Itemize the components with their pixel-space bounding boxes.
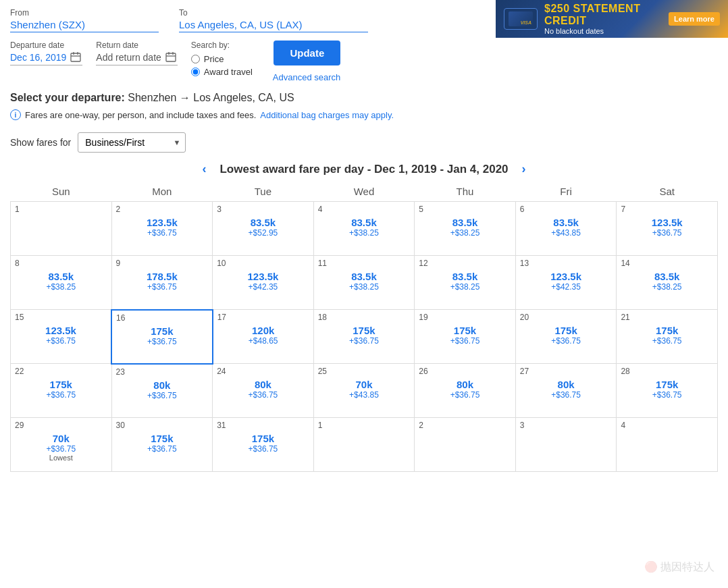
calendar-cell[interactable]: 483.5k+$38.25 xyxy=(313,202,415,256)
award-label[interactable]: Award travel xyxy=(204,67,253,77)
calendar-cell[interactable]: 17120k+$48.65 xyxy=(213,310,314,364)
search-by-label: Search by: xyxy=(191,41,253,50)
day-price: 83.5k xyxy=(520,217,613,228)
day-tax: +$52.95 xyxy=(217,228,309,238)
calendar-cell[interactable]: 1483.5k+$38.25 xyxy=(617,256,718,310)
day-tax: +$42.35 xyxy=(520,282,613,292)
calendar-cell: 1 xyxy=(313,418,415,472)
day-price: 123.5k xyxy=(520,271,613,282)
day-price: 83.5k xyxy=(419,271,511,282)
calendar-cell[interactable]: 1183.5k+$38.25 xyxy=(313,256,415,310)
price-radio[interactable] xyxy=(191,55,200,63)
calendar-nav: ‹ Lowest award fare per day - Dec 1, 201… xyxy=(10,162,718,176)
radio-award-row: Award travel xyxy=(191,67,253,77)
calendar-day-header: Tue xyxy=(213,182,314,202)
return-calendar-icon[interactable] xyxy=(165,51,178,63)
day-tax: +$36.75 xyxy=(419,336,511,346)
day-price: 175k xyxy=(15,379,107,390)
calendar-cell[interactable]: 10123.5k+$42.35 xyxy=(213,256,314,310)
day-number: 18 xyxy=(318,313,411,322)
calendar-cell: 4 xyxy=(617,418,718,472)
calendar-cell[interactable]: 20175k+$36.75 xyxy=(515,310,617,364)
calendar-day-header: Wed xyxy=(313,182,415,202)
calendar-cell[interactable]: 2380k+$36.75 xyxy=(111,364,213,418)
calendar-cell[interactable]: 883.5k+$38.25 xyxy=(11,256,112,310)
return-date-group: Return date Add return date xyxy=(96,41,178,65)
price-label[interactable]: Price xyxy=(204,54,224,64)
calendar-cell[interactable]: 683.5k+$43.85 xyxy=(515,202,617,256)
day-number: 31 xyxy=(217,421,309,430)
calendar-cell[interactable]: 7123.5k+$36.75 xyxy=(617,202,718,256)
day-tax: +$36.75 xyxy=(520,390,613,400)
day-number: 26 xyxy=(419,367,511,376)
radio-price-row: Price xyxy=(191,54,253,64)
fares-select[interactable]: Economy Business/First xyxy=(78,132,186,153)
day-number: 3 xyxy=(217,205,309,214)
departure-header: Select your departure: Shenzhen → Los An… xyxy=(10,92,718,104)
day-tax: +$48.65 xyxy=(217,336,309,346)
next-month-button[interactable]: › xyxy=(522,162,526,176)
day-number: 8 xyxy=(15,259,107,268)
prev-month-button[interactable]: ‹ xyxy=(202,162,206,176)
day-number: 29 xyxy=(15,421,107,430)
calendar-day-header: Sat xyxy=(617,182,718,202)
departure-value[interactable]: Dec 16, 2019 xyxy=(10,52,66,63)
day-price: 70k xyxy=(15,433,107,444)
calendar-cell[interactable]: 19175k+$36.75 xyxy=(415,310,516,364)
calendar-cell[interactable]: 9178.5k+$36.75 xyxy=(111,256,213,310)
calendar-cell[interactable]: 383.5k+$52.95 xyxy=(213,202,314,256)
calendar-cell[interactable]: 2780k+$36.75 xyxy=(515,364,617,418)
calendar-cell[interactable]: 21175k+$36.75 xyxy=(617,310,718,364)
bag-charges-link[interactable]: Additional bag charges may apply. xyxy=(260,110,394,120)
day-price: 83.5k xyxy=(318,217,411,228)
day-price: 80k xyxy=(520,379,613,390)
banner-learn-more[interactable]: Learn more xyxy=(669,12,720,26)
calendar-cell[interactable]: 31175k+$36.75 xyxy=(213,418,314,472)
update-button[interactable]: Update xyxy=(274,41,340,65)
calendar-cell[interactable]: 16175k+$36.75 xyxy=(111,310,213,364)
day-tax: +$43.85 xyxy=(318,390,411,400)
return-placeholder[interactable]: Add return date xyxy=(96,52,161,63)
day-tax: +$36.75 xyxy=(116,282,209,292)
day-number: 3 xyxy=(520,421,613,430)
award-radio[interactable] xyxy=(191,68,200,76)
calendar-cell[interactable]: 1283.5k+$38.25 xyxy=(415,256,516,310)
calendar-cell[interactable]: 18175k+$36.75 xyxy=(313,310,415,364)
day-price: 175k xyxy=(621,325,713,336)
calendar-day-header: Fri xyxy=(515,182,617,202)
departure-input-row: Dec 16, 2019 xyxy=(10,51,82,65)
fares-row: Show fares for Economy Business/First xyxy=(10,132,718,153)
return-input-row: Add return date xyxy=(96,51,178,65)
departure-calendar-icon[interactable] xyxy=(70,51,82,63)
calendar-cell[interactable]: 2480k+$36.75 xyxy=(213,364,314,418)
calendar-cell[interactable]: 22175k+$36.75 xyxy=(11,364,112,418)
day-number: 4 xyxy=(318,205,411,214)
calendar-cell[interactable]: 30175k+$36.75 xyxy=(111,418,213,472)
day-tax: +$38.25 xyxy=(318,282,411,292)
calendar-cell[interactable]: 13123.5k+$42.35 xyxy=(515,256,617,310)
calendar-cell[interactable]: 2123.5k+$36.75 xyxy=(111,202,213,256)
day-price: 175k xyxy=(217,433,309,444)
day-number: 25 xyxy=(318,367,411,376)
from-input[interactable]: Shenzhen (SZX) xyxy=(10,19,159,32)
calendar-cell[interactable]: 2970k+$36.75Lowest xyxy=(11,418,112,472)
day-number: 1 xyxy=(15,205,107,214)
departure-heading-route: Shenzhen → Los Angeles, CA, US xyxy=(128,92,294,103)
calendar-cell[interactable]: 15123.5k+$36.75 xyxy=(11,310,112,364)
update-section: Update Advanced search xyxy=(273,41,340,82)
calendar-cell[interactable]: 583.5k+$38.25 xyxy=(415,202,516,256)
day-tax: +$36.75 xyxy=(621,390,713,400)
fares-label: Show fares for xyxy=(10,137,71,148)
watermark: 🔴 抛因特达人 xyxy=(644,560,714,574)
calendar-cell[interactable]: 28175k+$36.75 xyxy=(617,364,718,418)
calendar-cell[interactable]: 2570k+$43.85 xyxy=(313,364,415,418)
departure-date-group: Departure date Dec 16, 2019 xyxy=(10,41,82,65)
banner-amount: $250 STATEMENT CREDIT xyxy=(544,3,662,27)
banner-card: VISA xyxy=(504,8,538,30)
day-number: 4 xyxy=(621,421,713,430)
advanced-search-link[interactable]: Advanced search xyxy=(273,72,340,82)
calendar-cell[interactable]: 2680k+$36.75 xyxy=(415,364,516,418)
to-input[interactable]: Los Angeles, CA, US (LAX) xyxy=(179,19,368,32)
day-price: 70k xyxy=(318,379,411,390)
day-tax: +$38.25 xyxy=(419,228,511,238)
